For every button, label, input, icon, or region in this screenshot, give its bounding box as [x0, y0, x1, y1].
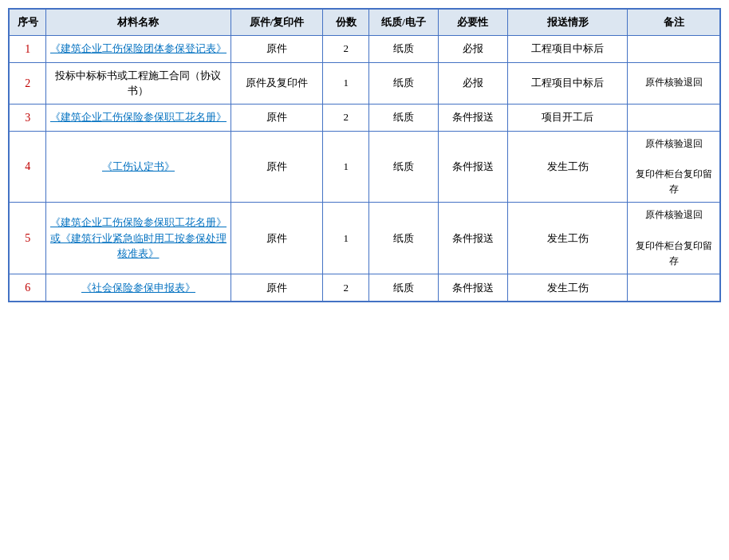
cell-required: 条件报送	[439, 131, 508, 203]
cell-name: 《建筑企业工伤保险参保职工花名册》或《建筑行业紧急临时用工按参保处理核准表》	[46, 203, 231, 274]
header-seq: 序号	[10, 10, 46, 36]
cell-name: 《建筑企业工伤保险参保职工花名册》	[46, 104, 231, 131]
cell-num: 2	[323, 104, 369, 131]
cell-copy: 原件	[231, 274, 323, 302]
cell-note	[628, 274, 720, 302]
cell-num: 1	[323, 203, 369, 274]
cell-paper: 纸质	[369, 274, 439, 302]
cell-note	[628, 104, 720, 131]
cell-num: 2	[323, 35, 369, 62]
header-paper: 纸质/电子	[369, 10, 439, 36]
material-name-link[interactable]: 《建筑企业工伤保险参保职工花名册》或《建筑行业紧急临时用工按参保处理核准表》	[50, 216, 227, 259]
header-row: 序号 材料名称 原件/复印件 份数 纸质/电子 必要性 报送情形 备注	[10, 10, 720, 36]
header-required: 必要性	[439, 10, 508, 36]
cell-seq: 2	[10, 62, 46, 104]
cell-paper: 纸质	[369, 35, 439, 62]
cell-required: 条件报送	[439, 274, 508, 302]
cell-required: 必报	[439, 62, 508, 104]
table-row: 6《社会保险参保申报表》原件2纸质条件报送发生工伤	[10, 274, 720, 302]
cell-seq: 5	[10, 203, 46, 274]
cell-seq: 1	[10, 35, 46, 62]
cell-copy: 原件	[231, 131, 323, 203]
cell-paper: 纸质	[369, 62, 439, 104]
cell-seq: 3	[10, 104, 46, 131]
cell-seq: 6	[10, 274, 46, 302]
cell-paper: 纸质	[369, 131, 439, 203]
cell-paper: 纸质	[369, 203, 439, 274]
table-row: 2投标中标标书或工程施工合同（协议书）原件及复印件1纸质必报工程项目中标后原件核…	[10, 62, 720, 104]
material-name-link[interactable]: 《建筑企业工伤保险团体参保登记表》	[50, 42, 227, 54]
table-row: 4《工伤认定书》原件1纸质条件报送发生工伤原件核验退回复印件柜台复印留存	[10, 131, 720, 203]
header-num: 份数	[323, 10, 369, 36]
cell-note: 原件核验退回	[628, 62, 720, 104]
cell-seq: 4	[10, 131, 46, 203]
cell-report: 发生工伤	[507, 131, 627, 203]
material-name-link[interactable]: 《社会保险参保申报表》	[81, 282, 195, 294]
cell-name: 《社会保险参保申报表》	[46, 274, 231, 302]
cell-required: 条件报送	[439, 104, 508, 131]
table-row: 3《建筑企业工伤保险参保职工花名册》原件2纸质条件报送项目开工后	[10, 104, 720, 131]
cell-report: 项目开工后	[507, 104, 627, 131]
cell-note	[628, 35, 720, 62]
cell-name: 《工伤认定书》	[46, 131, 231, 203]
cell-num: 1	[323, 131, 369, 203]
cell-copy: 原件	[231, 203, 323, 274]
cell-required: 必报	[439, 35, 508, 62]
cell-copy: 原件	[231, 104, 323, 131]
main-table: 序号 材料名称 原件/复印件 份数 纸质/电子 必要性 报送情形 备注 1《建筑…	[8, 8, 721, 302]
header-note: 备注	[628, 10, 720, 36]
cell-name: 《建筑企业工伤保险团体参保登记表》	[46, 35, 231, 62]
cell-report: 发生工伤	[507, 274, 627, 302]
cell-copy: 原件及复印件	[231, 62, 323, 104]
cell-copy: 原件	[231, 35, 323, 62]
cell-report: 工程项目中标后	[507, 35, 627, 62]
header-report: 报送情形	[507, 10, 627, 36]
cell-note: 原件核验退回复印件柜台复印留存	[628, 203, 720, 274]
cell-report: 发生工伤	[507, 203, 627, 274]
cell-num: 2	[323, 274, 369, 302]
table-row: 1《建筑企业工伤保险团体参保登记表》原件2纸质必报工程项目中标后	[10, 35, 720, 62]
material-name-link[interactable]: 《工伤认定书》	[102, 160, 175, 172]
cell-note: 原件核验退回复印件柜台复印留存	[628, 131, 720, 203]
header-copy: 原件/复印件	[231, 10, 323, 36]
cell-num: 1	[323, 62, 369, 104]
header-name: 材料名称	[46, 10, 231, 36]
table-row: 5《建筑企业工伤保险参保职工花名册》或《建筑行业紧急临时用工按参保处理核准表》原…	[10, 203, 720, 274]
cell-name: 投标中标标书或工程施工合同（协议书）	[46, 62, 231, 104]
cell-report: 工程项目中标后	[507, 62, 627, 104]
material-name-link[interactable]: 《建筑企业工伤保险参保职工花名册》	[50, 111, 227, 123]
cell-paper: 纸质	[369, 104, 439, 131]
cell-required: 条件报送	[439, 203, 508, 274]
